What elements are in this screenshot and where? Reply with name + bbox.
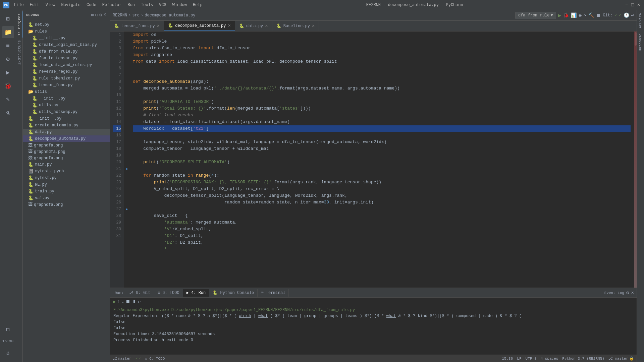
menu-view[interactable]: View <box>43 2 58 8</box>
status-branch[interactable]: ⎇ master 🔒 <box>608 356 634 361</box>
sidebar-icon-run[interactable]: ▶ <box>2 66 14 78</box>
tree-item-uh[interactable]: 🐍 utils_hotswap.py <box>23 109 110 115</box>
close-button[interactable]: × <box>636 2 641 8</box>
tree-item-rules[interactable]: 📂 rules <box>23 28 110 35</box>
tab-data[interactable]: 🐍 data.py × <box>235 21 272 31</box>
panel-tab-structure[interactable]: Z-Structure <box>17 38 22 67</box>
menu-vcs[interactable]: VCS <box>156 2 169 8</box>
git-revert-button[interactable]: ↩ <box>631 12 634 18</box>
menu-edit[interactable]: Edit <box>27 2 42 8</box>
window-controls[interactable]: − □ × <box>624 2 641 8</box>
tab-baseline[interactable]: 🐍 Baseline.py × <box>272 21 319 31</box>
expand-icon[interactable]: ⊞ <box>91 12 94 18</box>
tab-close-baseline[interactable]: × <box>312 23 315 29</box>
tab-close-tensor[interactable]: × <box>157 23 160 29</box>
tree-item-init-root[interactable]: 🐍 __init__.py <box>23 115 110 122</box>
settings-icon[interactable]: ⚙ <box>99 12 102 18</box>
tree-item-fsa[interactable]: 🐍 fsa_to_tensor.py <box>23 55 110 62</box>
sidebar-icon-tools[interactable]: ⚗ <box>2 107 14 119</box>
tree-item-data[interactable]: 🐍 data.py <box>23 129 110 135</box>
profile-button[interactable]: 📊 <box>571 12 577 18</box>
tab-close-data[interactable]: × <box>265 23 268 29</box>
menu-tools[interactable]: Tools <box>138 2 156 8</box>
tree-item-ca[interactable]: 🐍 create_automata.py <box>23 122 110 129</box>
sidebar-icon-start[interactable]: ⊞ <box>2 13 14 25</box>
tree-item-init-utils[interactable]: 🐍 __init__.py <box>23 95 110 102</box>
run-tab-todo[interactable]: ≡ 6: TODO <box>154 289 183 297</box>
tree-item-gmdfa[interactable]: 🖼 graphmdfa.png <box>23 148 110 155</box>
tree-item-mytest[interactable]: 🐍 mytest.py <box>23 175 110 181</box>
tree-item-re[interactable]: 🐍 RE.py <box>23 181 110 188</box>
sidebar-icon-lang[interactable]: 英 <box>2 347 14 359</box>
tree-item-utils[interactable]: 📂 utils <box>23 88 110 95</box>
tree-item-net[interactable]: 🐍 net.py <box>23 21 110 28</box>
run-settings-icon[interactable]: ⚙ <box>626 290 629 296</box>
run-stop-btn[interactable]: ⏹ <box>125 299 130 304</box>
status-encoding[interactable]: UTF-8 <box>526 357 537 361</box>
collapse-icon[interactable]: ⊟ <box>95 12 98 18</box>
step-over-button[interactable]: ↷ <box>584 12 586 18</box>
close-panel-icon[interactable]: × <box>104 12 106 18</box>
scroll-thumb[interactable] <box>635 32 637 46</box>
menu-refactor[interactable]: Refactor <box>100 2 124 8</box>
run-play-btn[interactable]: ▶ <box>113 298 116 305</box>
menu-navigate[interactable]: Navigate <box>58 2 83 8</box>
git-history-button[interactable]: 🕐 <box>624 12 629 18</box>
run-config-dropdown[interactable]: dfa_from_rule ▼ <box>515 12 556 19</box>
run-close-icon[interactable]: × <box>631 290 634 296</box>
tree-item-init-rules[interactable]: 🐍 __init__.py <box>23 35 110 42</box>
tab-decompose[interactable]: 🐍 decompose_automata.py × <box>164 21 235 31</box>
tree-item-gdfa[interactable]: 🖼 graphdfa.png <box>23 142 110 148</box>
tree-item-clmb[interactable]: 🐍 create_logic_mat_bias.py <box>23 42 110 48</box>
tree-item-train[interactable]: 🐍 train.py <box>23 188 110 195</box>
tree-item-qrdfa[interactable]: 🖼 qraphdfa.png <box>23 201 110 208</box>
run-down-btn[interactable]: ↓ <box>121 299 124 304</box>
status-checks[interactable]: ✓ ✓ <box>136 356 141 361</box>
tab-tensor-func[interactable]: 🐍 tensor_func.py × <box>110 21 164 31</box>
right-panel-database[interactable]: Database <box>637 31 644 54</box>
tree-item-rr[interactable]: 🐍 reverse_regex.py <box>23 68 110 75</box>
code-editor[interactable]: 12345 678910 1112131415 1617181920 21222… <box>110 32 637 288</box>
run-pause-btn[interactable]: ⏸ <box>131 299 136 304</box>
sidebar-icon-structure[interactable]: ≡ <box>2 40 14 52</box>
run-wrap-btn[interactable]: ↩ <box>138 299 140 305</box>
run-tab-run[interactable]: ▶ 4: Run <box>183 289 210 297</box>
tree-item-dfa[interactable]: 🐍 dfa_from_rule.py <box>23 48 110 55</box>
tree-item-main[interactable]: 🐍 main.py <box>23 161 110 168</box>
menu-code[interactable]: Code <box>84 2 99 8</box>
panel-tab-project[interactable]: 1: Project <box>16 11 22 38</box>
scrollbar-right[interactable] <box>634 32 637 288</box>
sidebar-icon-settings[interactable]: ⚙ <box>2 53 14 65</box>
run-tab-terminal[interactable]: ⌨ Terminal <box>258 289 289 297</box>
debug-button[interactable]: 🐞 <box>563 12 569 18</box>
coverage-button[interactable]: ◉ <box>579 12 581 18</box>
sidebar-icon-project[interactable]: 📁 <box>2 26 14 38</box>
run-tab-git[interactable]: ⎇ 9: Git <box>125 289 154 297</box>
tree-item-tf[interactable]: 🐍 tensor_func.py <box>23 82 110 88</box>
build-button[interactable]: 🔨 <box>588 12 594 18</box>
menu-file[interactable]: File <box>11 2 26 8</box>
tab-close-decompose[interactable]: × <box>228 23 230 28</box>
tree-item-rt[interactable]: 🐍 rule_tokenizer.py <box>23 75 110 82</box>
sidebar-icon-misc[interactable]: ◻ <box>2 323 14 335</box>
menu-help[interactable]: Help <box>190 2 205 8</box>
status-warnings[interactable]: ⚠ 6: TODO <box>145 356 165 361</box>
sidebar-icon-commit[interactable]: ✎ <box>2 93 14 105</box>
tree-item-ldar[interactable]: 🐍 load_data_and_rules.py <box>23 62 110 68</box>
tree-item-mytest-ipynb[interactable]: 📓 mytest.ipynb <box>23 168 110 175</box>
stop-button[interactable]: ⏹ <box>596 13 601 18</box>
tree-item-gnfa[interactable]: 🖼 graphnfa.png <box>23 155 110 161</box>
code-content[interactable]: import os import pickle from rules.fsa_t… <box>129 32 634 288</box>
run-button[interactable]: ▶ <box>558 12 561 19</box>
sidebar-icon-debug[interactable]: 🐞 <box>2 80 14 92</box>
maximize-button[interactable]: □ <box>630 2 635 8</box>
menu-window[interactable]: Window <box>170 2 190 8</box>
tree-item-val[interactable]: 🐍 val.py <box>23 195 110 201</box>
event-log-label[interactable]: Event Log <box>604 291 624 295</box>
status-python[interactable]: Python 3.7 (RE2RNN) <box>562 357 604 361</box>
tree-item-utils-py[interactable]: 🐍 utils.py <box>23 102 110 109</box>
status-git[interactable]: ⎇ master <box>113 356 131 361</box>
right-panel-aceview[interactable]: ACEView <box>637 10 644 31</box>
menu-bar[interactable]: File Edit View Navigate Code Refactor Ru… <box>11 2 205 8</box>
run-up-btn[interactable]: ↑ <box>117 299 120 304</box>
